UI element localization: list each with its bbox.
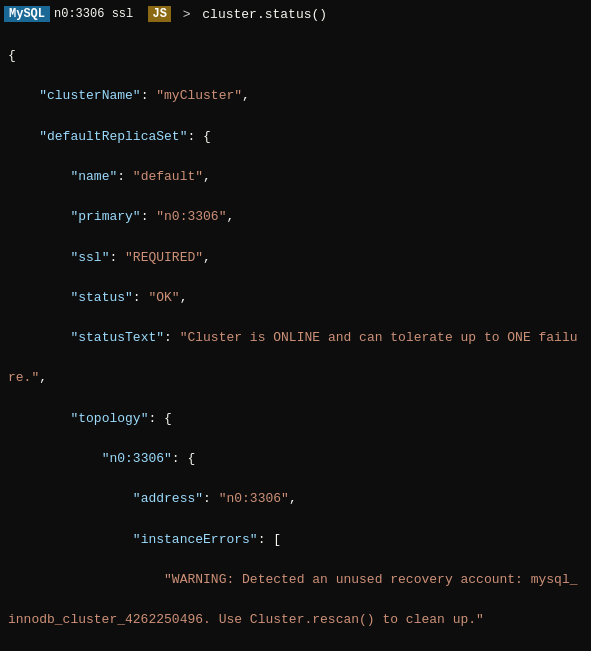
code-output: { "clusterName": "myCluster", "defaultRe… <box>0 26 591 651</box>
code-line: "WARNING: Detected an unused recovery ac… <box>8 570 591 590</box>
code-line: "instanceErrors": [ <box>8 530 591 550</box>
code-line: "address": "n0:3306", <box>8 489 591 509</box>
terminal-wrapper: MySQL n0:3306 ssl JS > cluster.status() … <box>0 0 591 651</box>
js-badge: JS <box>148 6 170 22</box>
code-line: "defaultReplicaSet": { <box>8 127 591 147</box>
terminal: MySQL n0:3306 ssl JS > cluster.status() … <box>0 0 591 651</box>
code-line: innodb_cluster_4262250496. Use Cluster.r… <box>8 610 591 630</box>
code-line: "clusterName": "myCluster", <box>8 86 591 106</box>
code-line: "ssl": "REQUIRED", <box>8 248 591 268</box>
command-text: cluster.status() <box>202 7 327 22</box>
code-line: { <box>8 46 591 66</box>
prompt-symbol: > <box>175 7 198 22</box>
code-line: "topology": { <box>8 409 591 429</box>
ssl-label <box>137 6 148 22</box>
header-line: MySQL n0:3306 ssl JS > cluster.status() <box>0 4 591 24</box>
code-line: "n0:3306": { <box>8 449 591 469</box>
code-line: "name": "default", <box>8 167 591 187</box>
code-line: "status": "OK", <box>8 288 591 308</box>
code-line: re.", <box>8 368 591 388</box>
mysql-badge: MySQL <box>4 6 50 22</box>
code-line: "primary": "n0:3306", <box>8 207 591 227</box>
connection-badge: n0:3306 ssl <box>50 6 137 22</box>
code-line: "statusText": "Cluster is ONLINE and can… <box>8 328 591 348</box>
